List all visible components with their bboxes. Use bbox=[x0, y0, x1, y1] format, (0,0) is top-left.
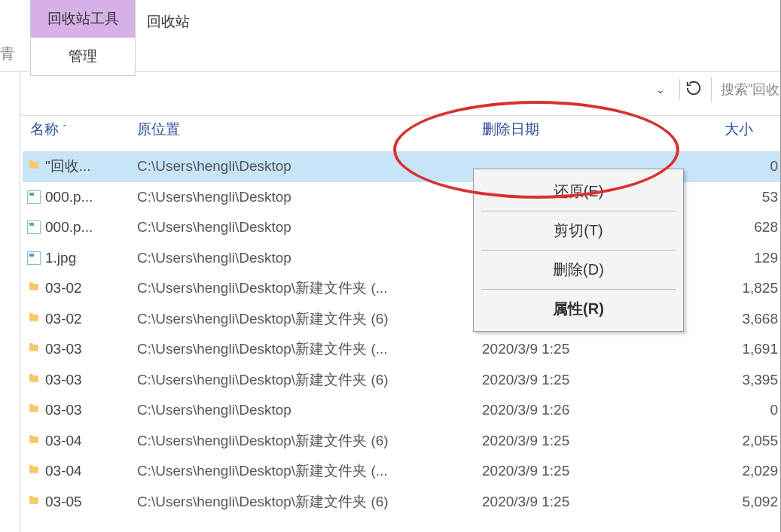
column-header-location[interactable]: 原位置 bbox=[137, 108, 476, 151]
column-header-name-label: 名称 bbox=[30, 120, 59, 139]
folder-icon bbox=[23, 311, 45, 327]
row-location: C:\Users\hengli\Desktop bbox=[137, 219, 476, 236]
row-size: 2,029 bbox=[627, 463, 781, 479]
row-location: C:\Users\hengli\Desktop\新建文件夹 (... bbox=[137, 339, 476, 359]
row-name: 03-04 bbox=[45, 433, 137, 449]
column-headers: 名称 ˆ 原位置 删除日期 大小 bbox=[0, 108, 781, 151]
refresh-button[interactable] bbox=[679, 79, 700, 100]
row-date: 2020/3/9 1:25 bbox=[476, 463, 627, 479]
folder-icon bbox=[23, 494, 45, 510]
ribbon-manage-tab[interactable]: 管理 bbox=[31, 38, 135, 75]
row-name: 03-03 bbox=[45, 372, 137, 388]
row-name: 000.p... bbox=[45, 219, 137, 236]
folder-icon bbox=[23, 433, 45, 449]
image-file-icon bbox=[23, 251, 45, 265]
row-name: 03-03 bbox=[45, 402, 137, 418]
row-name: 03-02 bbox=[45, 280, 137, 296]
context-menu-restore[interactable]: 还原(E) bbox=[474, 172, 683, 211]
context-menu-properties[interactable]: 属性(R) bbox=[474, 290, 683, 328]
context-menu: 还原(E) 剪切(T) 删除(D) 属性(R) bbox=[473, 169, 684, 332]
table-row[interactable]: 03-04C:\Users\hengli\Desktop\新建文件夹 (6)20… bbox=[23, 426, 781, 457]
search-input[interactable]: 搜索"回收 bbox=[711, 77, 781, 102]
table-row[interactable]: 03-03C:\Users\hengli\Desktop2020/3/9 1:2… bbox=[23, 395, 781, 426]
table-row[interactable]: 03-04C:\Users\hengli\Desktop\新建文件夹 (...2… bbox=[23, 456, 781, 487]
row-name: 03-03 bbox=[45, 341, 137, 357]
row-date: 2020/3/9 1:26 bbox=[476, 402, 627, 418]
row-size: 3,395 bbox=[627, 372, 781, 388]
sort-asc-icon: ˆ bbox=[63, 124, 66, 135]
row-location: C:\Users\hengli\Desktop\新建文件夹 (... bbox=[137, 278, 476, 298]
row-size: 1,691 bbox=[627, 341, 781, 357]
row-location: C:\Users\hengli\Desktop bbox=[137, 189, 476, 205]
row-name: 1.jpg bbox=[45, 250, 137, 266]
ribbon-context-tab[interactable]: 回收站工具 bbox=[31, 0, 135, 38]
chevron-down-icon: ⌄ bbox=[656, 84, 665, 96]
image-file-icon bbox=[23, 220, 45, 234]
row-size: 5,092 bbox=[627, 494, 781, 510]
context-menu-cut[interactable]: 剪切(T) bbox=[474, 211, 683, 250]
address-row: ⌄ 搜索"回收 bbox=[0, 71, 781, 108]
row-date: 2020/3/9 1:25 bbox=[476, 372, 627, 388]
context-menu-delete[interactable]: 删除(D) bbox=[474, 251, 683, 289]
row-location: C:\Users\hengli\Desktop bbox=[137, 158, 476, 175]
folder-icon bbox=[23, 372, 45, 388]
table-row[interactable]: 03-03C:\Users\hengli\Desktop\新建文件夹 (6)20… bbox=[23, 365, 781, 396]
row-location: C:\Users\hengli\Desktop\新建文件夹 (6) bbox=[137, 370, 476, 390]
folder-icon bbox=[23, 158, 45, 175]
row-name: 03-05 bbox=[45, 494, 137, 510]
row-location: C:\Users\hengli\Desktop\新建文件夹 (6) bbox=[137, 309, 476, 329]
ribbon-left-stub: 青 bbox=[0, 42, 15, 65]
row-date: 2020/3/9 1:25 bbox=[476, 433, 627, 449]
row-name: 000.p... bbox=[45, 189, 137, 205]
table-row[interactable]: 03-03C:\Users\hengli\Desktop\新建文件夹 (...2… bbox=[23, 334, 781, 365]
column-header-date-deleted[interactable]: 删除日期 bbox=[476, 108, 642, 151]
table-row[interactable]: 03-05C:\Users\hengli\Desktop\新建文件夹 (6)20… bbox=[23, 487, 781, 518]
row-name: "回收... bbox=[45, 157, 137, 176]
row-name: 03-02 bbox=[45, 311, 137, 327]
ribbon: 青 回收站工具 管理 回收站 bbox=[0, 0, 781, 71]
row-location: C:\Users\hengli\Desktop bbox=[137, 402, 476, 418]
folder-icon bbox=[23, 463, 45, 479]
folder-icon bbox=[23, 280, 45, 296]
row-size: 2,055 bbox=[627, 433, 781, 449]
folder-icon bbox=[23, 402, 45, 418]
row-location: C:\Users\hengli\Desktop\新建文件夹 (... bbox=[137, 461, 476, 481]
column-header-name[interactable]: 名称 ˆ bbox=[30, 108, 137, 151]
folder-icon bbox=[23, 341, 45, 357]
row-date: 2020/3/9 1:25 bbox=[476, 341, 627, 357]
row-size: 0 bbox=[627, 402, 781, 418]
ribbon-tab-group: 回收站工具 管理 bbox=[30, 0, 136, 76]
window-title: 回收站 bbox=[147, 12, 190, 32]
row-date: 2020/3/9 1:25 bbox=[476, 494, 627, 510]
row-location: C:\Users\hengli\Desktop bbox=[137, 250, 476, 266]
breadcrumb-dropdown-button[interactable]: ⌄ bbox=[652, 81, 669, 98]
image-file-icon bbox=[23, 190, 45, 204]
refresh-icon bbox=[685, 80, 702, 100]
column-header-size[interactable]: 大小 bbox=[642, 108, 781, 151]
row-location: C:\Users\hengli\Desktop\新建文件夹 (6) bbox=[137, 431, 476, 451]
row-location: C:\Users\hengli\Desktop\新建文件夹 (6) bbox=[137, 492, 476, 512]
row-name: 03-04 bbox=[45, 463, 137, 479]
